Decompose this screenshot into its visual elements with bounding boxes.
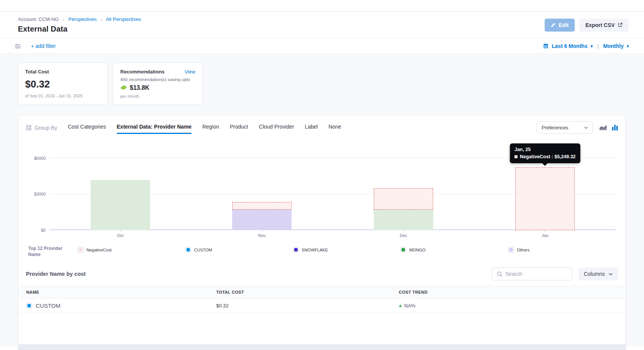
row-total-cost: $0.32 bbox=[216, 299, 399, 313]
export-csv-button[interactable]: Export CSV bbox=[579, 19, 629, 32]
next-row-strip bbox=[18, 344, 626, 350]
x-axis-label: Oct bbox=[117, 233, 123, 238]
row-provider-name: CUSTOM bbox=[36, 302, 61, 309]
legend-title: Top 12 Provider Name bbox=[28, 245, 68, 258]
group-by-label: Group By bbox=[26, 125, 57, 134]
date-range-select[interactable]: Last 6 Months bbox=[552, 43, 588, 49]
preferences-dropdown[interactable]: Preferences bbox=[537, 121, 593, 134]
tab-product[interactable]: Product bbox=[230, 124, 248, 134]
bar-negativecost-jan[interactable] bbox=[515, 167, 575, 230]
legend-swatch bbox=[78, 247, 83, 253]
x-axis-label: Jan bbox=[542, 233, 548, 238]
trend-up-icon bbox=[399, 304, 402, 307]
bar-mongo-dec[interactable] bbox=[374, 210, 433, 230]
edit-button-label: Edit bbox=[559, 22, 569, 28]
legend-item-others[interactable]: Others bbox=[508, 247, 616, 253]
columns-button[interactable]: Columns bbox=[579, 267, 618, 280]
pipe-divider: | bbox=[597, 43, 599, 49]
chart-plot: Jan, 25 NegativeCost : $5,249.32 $0$3000… bbox=[49, 151, 616, 230]
tooltip-text: NegativeCost : $5,249.32 bbox=[520, 154, 576, 159]
recommendations-subtitle: 450 recommendation(s) saving upto bbox=[120, 77, 195, 82]
legend-item-custom[interactable]: CUSTOM bbox=[185, 247, 293, 253]
cost-chart: Jan, 25 NegativeCost : $5,249.32 $0$3000… bbox=[18, 136, 626, 240]
tab-region[interactable]: Region bbox=[202, 124, 219, 134]
search-icon bbox=[497, 271, 502, 277]
export-csv-label: Export CSV bbox=[585, 22, 615, 28]
legend-item-negativecost[interactable]: NegativeCost bbox=[78, 247, 185, 253]
search-input[interactable] bbox=[505, 271, 567, 277]
group-by-bar: Group By Cost Categories External Data: … bbox=[18, 115, 626, 136]
legend-swatch bbox=[508, 247, 514, 253]
tooltip-series-swatch bbox=[515, 155, 518, 158]
total-cost-title: Total Cost bbox=[25, 69, 100, 75]
edit-button[interactable]: Edit bbox=[545, 19, 575, 32]
chevron-down-icon[interactable]: ▾ bbox=[591, 44, 593, 49]
breadcrumb-link-all-perspectives[interactable]: All Perspectives bbox=[106, 16, 141, 22]
add-filter-button[interactable]: + add filter bbox=[31, 43, 56, 49]
legend-item-mongo[interactable]: MONGO bbox=[400, 247, 508, 253]
table-row[interactable]: CUSTOM $0.32 NA% bbox=[18, 299, 626, 313]
column-header-total-cost[interactable]: TOTAL COST bbox=[216, 286, 399, 299]
y-axis-tick: $3000 bbox=[28, 192, 46, 196]
chart-tooltip: Jan, 25 NegativeCost : $5,249.32 bbox=[510, 143, 580, 163]
x-axis-tick bbox=[262, 230, 262, 232]
recommendations-card: Recommendations View 450 recommendation(… bbox=[113, 62, 202, 105]
column-header-name[interactable]: NAME bbox=[18, 286, 216, 299]
provider-cost-table: NAME TOTAL COST COST TREND CUSTOM $0.32 bbox=[18, 286, 626, 313]
tab-none[interactable]: None bbox=[328, 124, 341, 134]
bar-others-nov[interactable] bbox=[232, 210, 292, 230]
y-axis-tick: $0 bbox=[28, 228, 46, 232]
view-recommendations-link[interactable]: View bbox=[185, 69, 195, 75]
y-axis-tick: $6000 bbox=[28, 156, 46, 161]
savings-money-icon bbox=[120, 85, 127, 91]
page-header: Account: CCM-NG › Perspectives › All Per… bbox=[0, 12, 644, 38]
table-header-row: NAME TOTAL COST COST TREND bbox=[18, 286, 626, 299]
legend-item-snowflake[interactable]: SNOWFLAKE bbox=[293, 247, 401, 253]
tab-label[interactable]: Label bbox=[305, 124, 318, 134]
grid-icon bbox=[26, 125, 32, 130]
tab-external-data-provider-name[interactable]: External Data: Provider Name bbox=[117, 124, 192, 134]
bar-negativecost-dec[interactable] bbox=[374, 188, 433, 210]
legend-swatch bbox=[185, 247, 191, 253]
savings-period: per month bbox=[120, 94, 195, 99]
breadcrumb-link-perspectives[interactable]: Perspectives bbox=[69, 16, 97, 22]
perspective-panel: Group By Cost Categories External Data: … bbox=[18, 115, 626, 350]
column-header-cost-trend[interactable]: COST TREND bbox=[399, 286, 626, 299]
total-cost-period: of Sep 01, 2024 - Jan 31, 2025 bbox=[25, 94, 100, 98]
content-area: Total Cost $0.32 of Sep 01, 2024 - Jan 3… bbox=[0, 54, 644, 346]
chart-legend: Top 12 Provider Name NegativeCost CUSTOM… bbox=[18, 240, 626, 258]
tab-cloud-provider[interactable]: Cloud Provider bbox=[259, 124, 294, 134]
bar-negativecost-nov[interactable] bbox=[232, 202, 292, 210]
legend-swatch bbox=[293, 247, 299, 253]
x-axis-label: Dec bbox=[400, 233, 407, 238]
total-cost-value: $0.32 bbox=[25, 78, 100, 90]
breadcrumb-separator: › bbox=[63, 17, 64, 22]
tooltip-title: Jan, 25 bbox=[515, 147, 576, 152]
row-cost-trend: NA% bbox=[404, 303, 416, 309]
breadcrumb-separator: › bbox=[101, 17, 102, 22]
x-axis-label: Nov bbox=[258, 233, 266, 238]
calendar-icon bbox=[543, 43, 549, 49]
preferences-label: Preferences bbox=[542, 125, 568, 130]
filter-bar: + add filter Last 6 Months ▾ | Monthly ▾ bbox=[0, 38, 644, 54]
window-chrome bbox=[0, 0, 644, 12]
legend-swatch bbox=[400, 247, 406, 253]
area-chart-icon[interactable] bbox=[599, 125, 607, 130]
x-axis-tick bbox=[403, 230, 404, 232]
savings-value: $13.8K bbox=[130, 84, 150, 91]
filter-sliders-icon[interactable] bbox=[14, 43, 21, 49]
table-search[interactable] bbox=[492, 267, 572, 280]
bar-chart-icon[interactable] bbox=[612, 124, 618, 130]
granularity-select[interactable]: Monthly bbox=[603, 43, 624, 49]
page-title: External Data bbox=[18, 25, 141, 33]
recommendations-title: Recommendations bbox=[120, 69, 164, 75]
total-cost-card: Total Cost $0.32 of Sep 01, 2024 - Jan 3… bbox=[18, 62, 108, 105]
chevron-down-icon[interactable]: ▾ bbox=[626, 44, 629, 49]
breadcrumb-account: Account: CCM-NG bbox=[18, 16, 59, 22]
tab-cost-categories[interactable]: Cost Categories bbox=[68, 124, 106, 134]
breadcrumb: Account: CCM-NG › Perspectives › All Per… bbox=[18, 16, 141, 22]
columns-button-label: Columns bbox=[584, 271, 605, 277]
x-axis-tick bbox=[545, 230, 545, 232]
bar-mongo-oct[interactable] bbox=[91, 180, 150, 230]
pencil-icon bbox=[551, 22, 556, 27]
